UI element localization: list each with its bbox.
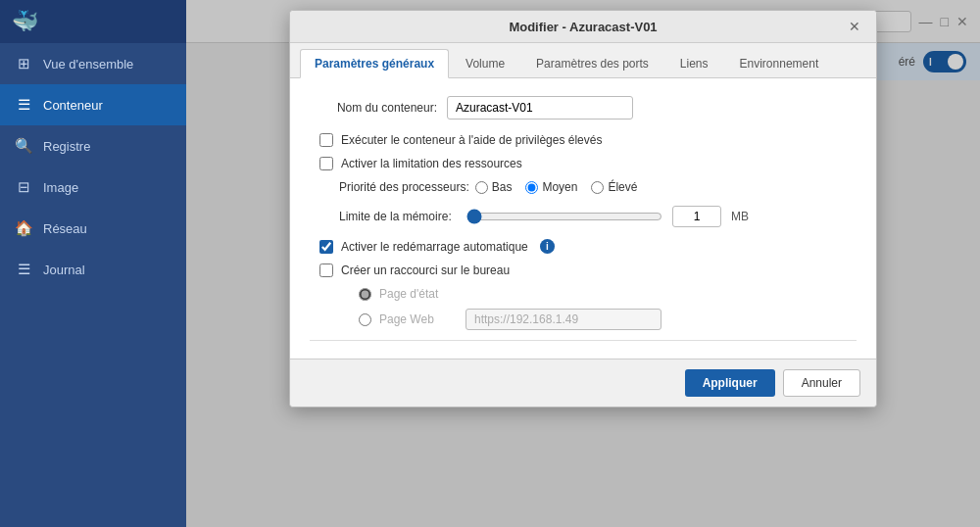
tab-environnement[interactable]: Environnement [725,49,834,77]
dialog-tabs: Paramètres généraux Volume Paramètres de… [290,43,876,78]
privileges-checkbox[interactable] [319,133,333,147]
memory-unit-label: MB [731,210,749,223]
auto-restart-label: Activer le redémarrage automatique [341,240,528,254]
cpu-eleve-label: Élevé [608,180,637,194]
sub-options: Page d'état Page Web [310,287,857,330]
image-icon: ⊟ [14,178,33,196]
dialog-footer: Appliquer Annuler [290,359,876,407]
tab-liens[interactable]: Liens [665,49,723,77]
page-web-row: Page Web [359,309,857,330]
sidebar-item-journal[interactable]: ☰ Journal [0,249,186,290]
sidebar-item-reseau[interactable]: 🏠 Réseau [0,208,186,249]
page-web-radio[interactable] [359,313,371,326]
page-state-row: Page d'état [359,287,857,301]
apply-button[interactable]: Appliquer [685,369,775,397]
cpu-bas-label: Bas [492,180,513,194]
container-icon: ☰ [14,96,33,114]
page-state-radio[interactable] [359,288,371,301]
container-name-input[interactable] [447,96,633,120]
sidebar-item-label: Registre [43,139,90,154]
cpu-moyen-label: Moyen [542,180,577,194]
sidebar-item-registre[interactable]: 🔍 Registre [0,125,186,167]
main-area: ▽ 🔍 — □ ✕ éré I Modifier - Azuracast-V01… [186,0,980,527]
cancel-button[interactable]: Annuler [783,369,860,397]
cpu-moyen-radio[interactable] [525,181,538,194]
cpu-moyen-option[interactable]: Moyen [525,180,577,194]
page-web-label: Page Web [379,312,458,326]
dialog-overlay: Modifier - Azuracast-V01 ✕ Paramètres gé… [186,0,980,527]
auto-restart-info-icon[interactable]: i [540,239,555,254]
sidebar-item-vue-ensemble[interactable]: ⊞ Vue d'ensemble [0,43,186,84]
app-logo-icon: 🐳 [12,9,38,34]
dialog-titlebar: Modifier - Azuracast-V01 ✕ [290,11,876,43]
sidebar-item-image[interactable]: ⊟ Image [0,167,186,208]
auto-restart-checkbox[interactable] [319,240,333,254]
cpu-priority-row: Priorité des processeurs: Bas Moyen É [310,180,857,194]
cpu-priority-label: Priorité des processeurs: [339,180,469,194]
container-name-row: Nom du conteneur: [310,96,857,120]
cpu-eleve-radio[interactable] [591,181,604,194]
overview-icon: ⊞ [14,55,33,72]
journal-icon: ☰ [14,261,33,278]
auto-restart-row: Activer le redémarrage automatique i [310,239,857,254]
resources-checkbox[interactable] [319,157,333,170]
memory-slider[interactable] [466,209,662,224]
memory-value-input[interactable] [672,206,721,227]
sidebar-item-label: Réseau [43,221,87,236]
cpu-priority-group: Bas Moyen Élevé [475,180,638,194]
sidebar: 🐳 ⊞ Vue d'ensemble ☰ Conteneur 🔍 Registr… [0,0,186,527]
sidebar-item-label: Image [43,180,78,195]
tab-volume[interactable]: Volume [451,49,519,77]
resources-label: Activer la limitation des ressources [341,157,522,170]
sidebar-item-label: Journal [43,263,85,277]
resources-checkbox-row: Activer la limitation des ressources [310,157,857,170]
container-name-label: Nom du conteneur: [310,101,437,115]
cpu-eleve-option[interactable]: Élevé [591,180,637,194]
dialog: Modifier - Azuracast-V01 ✕ Paramètres gé… [289,10,877,407]
tab-params-generaux[interactable]: Paramètres généraux [300,49,449,78]
network-icon: 🏠 [14,219,33,237]
shortcut-checkbox[interactable] [319,264,333,277]
privileges-label: Exécuter le conteneur à l'aide de privil… [341,133,602,147]
shortcut-row: Créer un raccourci sur le bureau [310,264,857,277]
page-state-label: Page d'état [379,287,458,301]
page-web-input[interactable] [466,309,662,330]
memory-limit-row: Limite de la mémoire: MB [310,206,857,227]
cpu-bas-option[interactable]: Bas [475,180,513,194]
content-divider [310,340,857,341]
shortcut-label: Créer un raccourci sur le bureau [341,264,510,277]
memory-limit-label: Limite de la mémoire: [339,210,457,223]
cpu-bas-radio[interactable] [475,181,488,194]
tab-params-ports[interactable]: Paramètres des ports [521,49,663,77]
dialog-title: Modifier - Azuracast-V01 [321,20,845,34]
registry-icon: 🔍 [14,137,33,155]
sidebar-item-label: Conteneur [43,98,103,113]
dialog-content: Nom du conteneur: Exécuter le conteneur … [290,78,876,359]
sidebar-header: 🐳 [0,0,186,43]
sidebar-item-conteneur[interactable]: ☰ Conteneur [0,84,186,125]
privileges-checkbox-row: Exécuter le conteneur à l'aide de privil… [310,133,857,147]
dialog-close-button[interactable]: ✕ [845,19,864,34]
sidebar-item-label: Vue d'ensemble [43,57,133,72]
